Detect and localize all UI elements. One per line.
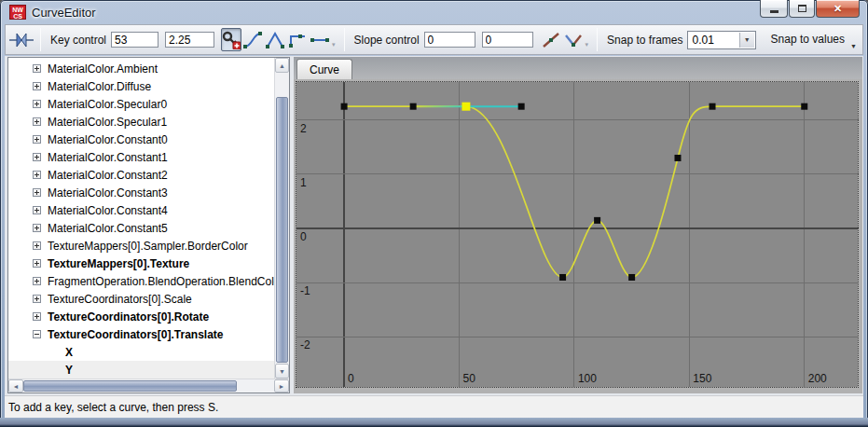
tree-item-materialcolor-constant1[interactable]: MaterialColor.Constant1 <box>8 148 274 166</box>
collapse-icon[interactable] <box>33 330 41 338</box>
tree-item-materialcolor-specular0[interactable]: MaterialColor.Specular0 <box>8 95 274 113</box>
x-tick-label: 100 <box>578 372 597 385</box>
expand-icon[interactable] <box>33 153 41 161</box>
tree-horizontal-scrollbar[interactable]: ◄ ► <box>8 379 289 393</box>
tree-item-texturecoordinators-0-scale[interactable]: TextureCoordinators[0].Scale <box>8 290 274 308</box>
scroll-up-arrow-icon[interactable]: ▲ <box>275 58 289 73</box>
expand-icon[interactable] <box>33 224 41 232</box>
scroll-left-arrow-icon[interactable]: ◄ <box>8 379 23 393</box>
tab-curve[interactable]: Curve <box>296 59 352 79</box>
tree-vertical-scrollbar[interactable]: ▲ ▼ <box>274 58 289 379</box>
tab-strip: Curve <box>294 57 862 79</box>
keyframe[interactable] <box>674 155 681 161</box>
scroll-down-arrow-icon[interactable]: ▼ <box>275 364 289 379</box>
y-tick-label: 0 <box>300 230 307 243</box>
tree-item-label: MaterialColor.Ambient <box>48 62 158 76</box>
tree-item-materialcolor-constant0[interactable]: MaterialColor.Constant0 <box>8 131 274 148</box>
keyframe[interactable] <box>710 103 716 110</box>
maximize-button[interactable] <box>789 0 815 18</box>
minimize-button[interactable] <box>760 0 788 18</box>
tree-item-materialcolor-constant3[interactable]: MaterialColor.Constant3 <box>8 184 274 201</box>
snap-to-frames-label: Snap to frames <box>607 34 682 47</box>
tree-item-materialcolor-constant2[interactable]: MaterialColor.Constant2 <box>8 166 274 184</box>
snap-to-values-label: Snap to values <box>771 33 845 46</box>
peak-curve-button[interactable] <box>264 28 286 51</box>
add-key-button[interactable] <box>221 28 241 51</box>
tree-item-label: MaterialColor.Constant1 <box>48 151 168 164</box>
vertical-scroll-thumb[interactable] <box>276 97 288 363</box>
x-tick-label: 200 <box>808 372 827 385</box>
keyframe[interactable] <box>594 217 600 224</box>
chevron-down-icon: ▼ <box>850 43 857 49</box>
tree-item-materialcolor-diffuse[interactable]: MaterialColor.Diffuse <box>8 77 274 95</box>
slope-right-input[interactable] <box>482 32 533 48</box>
x-tick-label: 150 <box>693 372 711 385</box>
keyframe[interactable] <box>518 103 525 110</box>
expand-icon[interactable] <box>33 135 41 144</box>
tree-item-materialcolor-specular1[interactable]: MaterialColor.Specular1 <box>8 113 274 131</box>
close-button[interactable]: ✕ <box>816 0 860 18</box>
expand-icon[interactable] <box>33 206 41 214</box>
step-curve-button[interactable] <box>286 28 309 51</box>
x-tick-label: 0 <box>348 372 354 385</box>
slope-left-input[interactable] <box>424 32 475 48</box>
tree-item-y[interactable]: Y <box>8 361 274 379</box>
expand-icon[interactable] <box>33 117 41 126</box>
titlebar[interactable]: NW CS CurveEditor ✕ <box>0 0 868 24</box>
app-icon: NW CS <box>9 5 26 20</box>
expand-icon[interactable] <box>33 100 41 108</box>
chevron-down-icon[interactable]: ▼ <box>739 33 754 48</box>
expand-icon[interactable] <box>33 188 41 197</box>
expand-icon[interactable] <box>33 82 41 90</box>
curve-graph-panel: Curve 210-1-2050100150200 <box>294 57 862 393</box>
tree-item-label: TextureCoordinators[0].Rotate <box>48 310 209 324</box>
smooth-curve-button[interactable] <box>241 28 264 51</box>
tree-item-texturecoordinators-0-rotate[interactable]: TextureCoordinators[0].Rotate <box>8 308 274 325</box>
snap-to-values-dropdown[interactable]: Snap to values ▼ <box>765 29 860 51</box>
expand-icon[interactable] <box>33 241 41 250</box>
tree-item-materialcolor-ambient[interactable]: MaterialColor.Ambient <box>8 60 274 77</box>
key-value-input[interactable] <box>165 32 214 48</box>
keyframe[interactable] <box>410 103 417 110</box>
keyframe[interactable] <box>801 103 807 110</box>
tree-item-texturemappers-0-sampler-bordercolor[interactable]: TextureMappers[0].Sampler.BorderColor <box>8 237 274 255</box>
tree-item-label: MaterialColor.Diffuse <box>48 80 151 93</box>
curve-plot-area[interactable]: 210-1-2050100150200 <box>296 82 858 387</box>
tree-item-materialcolor-constant5[interactable]: MaterialColor.Constant5 <box>8 219 274 237</box>
tree-item-x[interactable]: X <box>8 343 274 361</box>
tree-item-label: MaterialColor.Constant5 <box>48 222 168 235</box>
slope-control-label: Slope control <box>354 34 420 47</box>
toolbar-separator <box>40 28 41 51</box>
keyframe[interactable] <box>628 274 635 281</box>
key-frame-input[interactable] <box>111 32 158 48</box>
snap-to-frames-combobox[interactable]: 0.01 ▼ <box>687 31 755 49</box>
close-icon: ✕ <box>834 3 842 15</box>
tree-item-label: MaterialColor.Constant0 <box>48 133 168 146</box>
expand-icon[interactable] <box>33 171 41 179</box>
expand-icon[interactable] <box>33 277 41 285</box>
slope-line-button[interactable] <box>540 28 562 51</box>
tree-item-fragmentoperation-blendoperation-blendcolor[interactable]: FragmentOperation.BlendOperation.BlendCo… <box>8 272 274 290</box>
expand-icon[interactable] <box>33 312 41 321</box>
tree-item-materialcolor-constant4[interactable]: MaterialColor.Constant4 <box>8 201 274 219</box>
horizontal-scroll-thumb[interactable] <box>23 380 237 392</box>
y-tick-label: -2 <box>300 338 310 351</box>
tree-item-texturemappers-0-texture[interactable]: TextureMappers[0].Texture <box>8 255 274 272</box>
scroll-right-arrow-icon[interactable]: ► <box>274 379 289 393</box>
toolbar-overflow-icon[interactable]: ▾ <box>332 41 336 48</box>
expand-icon[interactable] <box>33 64 41 73</box>
selected-keyframe[interactable] <box>462 103 470 111</box>
expand-icon[interactable] <box>33 295 41 303</box>
property-tree: MaterialColor.AmbientMaterialColor.Diffu… <box>8 58 274 379</box>
tree-item-texturecoordinators-0-translate[interactable]: TextureCoordinators[0].Translate <box>8 325 274 343</box>
minimize-icon <box>770 10 778 13</box>
linear-curve-button[interactable] <box>309 28 331 51</box>
tree-item-label: TextureCoordinators[0].Scale <box>48 293 192 306</box>
keyframe[interactable] <box>559 274 566 281</box>
toolbar-separator <box>597 28 598 51</box>
status-bar: To add a key, select a curve, then press… <box>5 395 863 418</box>
slope-v-button[interactable] <box>562 28 585 51</box>
toolbar-overflow-icon[interactable]: ▾ <box>586 41 589 48</box>
expand-icon[interactable] <box>33 259 41 268</box>
keyframe[interactable] <box>341 103 348 110</box>
